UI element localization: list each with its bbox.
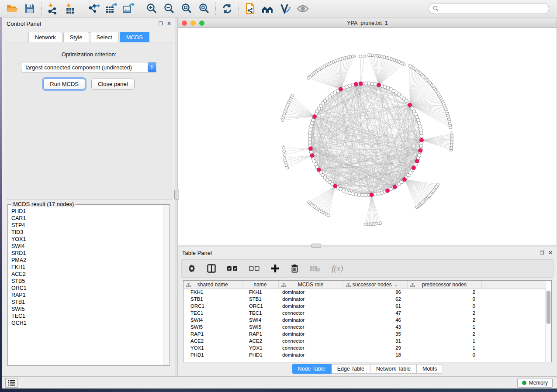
zoom-selected-icon[interactable] — [195, 1, 213, 16]
column-type-icon — [346, 282, 351, 289]
mcds-result-box: MCDS result (17 nodes) PHD1CAR1STP4TID3Y… — [7, 204, 170, 366]
mcds-result-item[interactable]: TID3 — [11, 229, 163, 236]
import-network-icon[interactable] — [44, 1, 62, 16]
table-row[interactable]: TEC1TEC1connector472 — [183, 309, 546, 316]
mcds-result-item[interactable]: SRD1 — [11, 250, 163, 257]
mcds-result-item[interactable]: STB1 — [11, 299, 163, 306]
select-all-rows-icon[interactable] — [227, 266, 238, 271]
show-all-networks-icon[interactable] — [259, 1, 277, 16]
close-table-panel-icon[interactable]: ✕ — [548, 250, 553, 255]
table-scrollbar-thumb[interactable] — [547, 291, 550, 324]
mcds-result-item[interactable]: FKH1 — [11, 264, 163, 271]
column-header-name[interactable]: name — [242, 281, 278, 289]
show-columns-icon[interactable] — [207, 264, 216, 273]
table-panel: Table Panel ❐ ✕ f(x) shared namenameMCDS — [178, 247, 557, 376]
mcds-result-item[interactable]: SWI4 — [11, 243, 163, 250]
float-panel-icon[interactable]: ❐ — [159, 21, 163, 26]
mcds-result-item[interactable]: TEC1 — [11, 313, 163, 320]
delete-row-icon[interactable] — [291, 264, 298, 273]
run-mcds-button[interactable]: Run MCDS — [43, 79, 85, 89]
zoom-out-icon[interactable] — [160, 1, 178, 16]
mcds-tab-content: Optimization criterion: largest connecte… — [6, 42, 172, 200]
table-row[interactable]: RAP1RAP1dominator352 — [183, 330, 546, 337]
zoom-in-icon[interactable] — [143, 1, 160, 16]
export-image-icon[interactable] — [120, 1, 137, 16]
new-network-from-selection-icon[interactable] — [242, 1, 259, 16]
horizontal-splitter[interactable] — [178, 245, 557, 247]
close-panel-button[interactable]: Close panel — [91, 79, 135, 89]
export-network-icon[interactable] — [85, 1, 102, 16]
table-row[interactable]: SWI5SWI5connector431 — [183, 323, 546, 330]
memory-status-icon — [522, 381, 526, 385]
import-table-icon[interactable] — [62, 1, 79, 16]
vertical-splitter[interactable] — [176, 18, 178, 376]
search-icon — [433, 6, 439, 11]
open-file-icon[interactable] — [3, 1, 21, 16]
tab-edge-table[interactable]: Edge Table — [332, 364, 370, 374]
mcds-result-item[interactable]: YOX1 — [11, 236, 163, 243]
float-table-panel-icon[interactable]: ❐ — [540, 251, 544, 255]
vizmapper-icon[interactable] — [277, 1, 294, 16]
table-row[interactable]: ACE2ACE2connector311 — [183, 337, 546, 344]
export-table-icon[interactable] — [102, 1, 120, 16]
table-row[interactable]: STB1STB1dominator620 — [183, 296, 546, 303]
clear-selection-icon[interactable] — [249, 266, 259, 271]
mcds-result-item[interactable]: PHD1 — [11, 208, 163, 215]
tab-node-table[interactable]: Node Table — [292, 364, 332, 374]
task-history-button[interactable] — [5, 378, 17, 388]
network-window-titlebar[interactable]: YPA_prune.txt_1 — [178, 18, 557, 28]
mcds-result-item[interactable]: GCR1 — [11, 320, 163, 327]
column-header-MCDS-role[interactable]: MCDS role — [278, 281, 343, 289]
add-row-icon[interactable] — [271, 264, 280, 273]
tab-style[interactable]: Style — [63, 32, 89, 42]
toolbar-separator — [82, 3, 82, 15]
status-bar: Memory — [2, 376, 557, 389]
function-builder-icon: f(x) — [332, 264, 343, 273]
table-row[interactable]: PHD1PHD1dominator180 — [183, 351, 546, 358]
node-table-container: shared namenameMCDS rolesuccessor nodes⌄… — [183, 280, 552, 362]
tab-mcds[interactable]: MCDS — [120, 32, 149, 42]
table-scrollbar[interactable] — [545, 289, 551, 362]
tab-network[interactable]: Network — [28, 32, 62, 42]
mcds-result-item[interactable]: SWI5 — [11, 306, 163, 313]
table-settings-icon[interactable] — [188, 265, 196, 272]
optimization-criterion-dropdown[interactable]: largest connected component (undirected)… — [21, 62, 157, 72]
mcds-result-item[interactable]: STB5 — [11, 278, 163, 285]
toolbar-separator — [239, 3, 239, 15]
mcds-result-item[interactable]: ACE2 — [11, 271, 163, 278]
mcds-result-scrollbar[interactable] — [163, 205, 169, 365]
tab-network-table[interactable]: Network Table — [370, 364, 417, 374]
tab-motifs[interactable]: Motifs — [417, 364, 443, 374]
memory-button[interactable]: Memory — [517, 378, 553, 388]
mcds-result-item[interactable]: PMA2 — [11, 257, 163, 264]
node-table: shared namenameMCDS rolesuccessor nodes⌄… — [183, 281, 546, 358]
table-row[interactable]: YOX1YOX1connector291 — [183, 344, 546, 351]
table-row[interactable]: FKH1FKH1dominator962 — [183, 289, 546, 296]
network-window-title: YPA_prune.txt_1 — [178, 20, 557, 26]
mcds-result-item[interactable]: STP4 — [11, 222, 163, 229]
save-icon[interactable] — [21, 1, 38, 16]
column-header-shared-name[interactable]: shared name — [183, 281, 242, 289]
mcds-result-list[interactable]: PHD1CAR1STP4TID3YOX1SWI4SRD1PMA2FKH1ACE2… — [8, 205, 163, 365]
table-row[interactable]: ORC1ORC1dominator610 — [183, 303, 546, 309]
optimization-criterion-label: Optimization criterion: — [6, 51, 172, 58]
tab-select[interactable]: Select — [90, 32, 119, 42]
refresh-icon[interactable] — [218, 1, 236, 16]
mcds-result-item[interactable]: CAR1 — [11, 215, 163, 222]
hide-selected-icon[interactable] — [294, 1, 311, 16]
search-input[interactable] — [441, 6, 545, 12]
table-row[interactable]: SWI4SWI4dominator462 — [183, 316, 546, 323]
search-box[interactable] — [429, 3, 549, 14]
desktop-wallpaper-bottom — [0, 389, 557, 392]
control-panel: Control Panel ❐ ✕ NetworkStyleSelectMCDS… — [2, 18, 176, 376]
column-header-successor-nodes[interactable]: successor nodes⌄ — [343, 281, 407, 289]
horizontal-splitter-handle[interactable] — [311, 244, 321, 248]
mcds-result-item[interactable]: ORC1 — [11, 285, 163, 292]
network-graph[interactable] — [178, 28, 557, 245]
vertical-splitter-handle[interactable] — [174, 190, 179, 199]
close-panel-icon[interactable]: ✕ — [167, 21, 171, 26]
column-header-predecessor-nodes[interactable]: predecessor nodes — [407, 281, 481, 289]
mcds-result-item[interactable]: RAP1 — [11, 292, 163, 299]
network-canvas[interactable] — [178, 28, 557, 245]
zoom-fit-icon[interactable] — [178, 1, 195, 16]
